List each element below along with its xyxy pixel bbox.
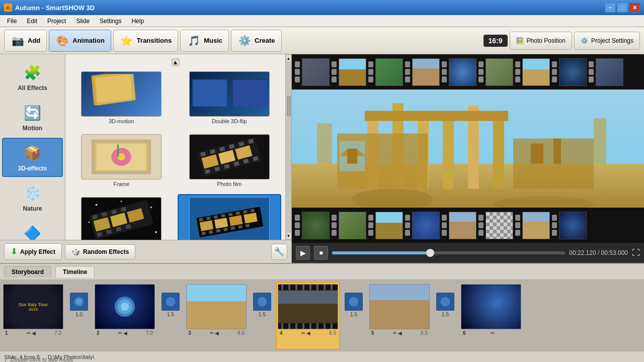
slide-item-4[interactable]: 4 ✏ ◀ 8.5 [276,282,340,350]
slide-thumb-1: Our Italy Tour 2015 [3,284,63,329]
film-perforations-b [367,215,374,236]
effect-photo-film-2[interactable]: Photo film - 2 [178,194,282,240]
film-cell-bottom [449,212,476,239]
category-complex[interactable]: 🔷 Complex [2,218,63,240]
menu-project[interactable]: Project [42,17,71,26]
playback-controls: ▶ ■ 00:22.120 / 00:53.000 ⛶ [292,243,644,263]
transition-1-2: 1.0 [66,282,92,327]
effect-photo-film-snow[interactable]: Photo film & snow [69,194,174,240]
film-cell-bottom [339,212,366,239]
film-perforations [514,61,521,82]
effects-area: 🧩 All Effects 🔄 Motion 📦 3D-effects ❄️ N… [0,54,291,240]
svg-point-97 [166,297,176,306]
category-motion-label: Motion [23,125,42,132]
svg-rect-74 [594,119,606,164]
perf-hole [368,215,373,221]
svg-point-48 [155,231,157,233]
perf-hole [589,69,594,75]
perf-hole [478,215,484,221]
slide-item-5[interactable]: 5 ✏ ◀ 8.5 [367,282,432,350]
perf-hole [552,222,557,228]
category-motion[interactable]: 🔄 Motion [2,98,63,137]
create-button[interactable]: ⚙️ Create [231,30,281,52]
menu-help[interactable]: Help [126,17,149,26]
category-3d-effects[interactable]: 📦 3D-effects [2,138,63,177]
menu-edit[interactable]: Edit [22,17,42,26]
slide-item-3[interactable]: 3 ✏ ◀ 8.0 [184,282,249,350]
slide-item-6[interactable]: 6 ✏ [459,282,523,350]
category-sidebar: 🧩 All Effects 🔄 Motion 📦 3D-effects ❄️ N… [0,54,65,240]
minimize-button[interactable]: − [605,3,616,13]
category-nature-label: Nature [23,205,42,212]
svg-rect-88 [531,144,543,164]
tab-storyboard[interactable]: Storyboard [4,266,51,278]
film-cell-bottom [522,212,550,239]
project-settings-button[interactable]: ⚙️ Project Settings [574,32,640,50]
perf-hole [405,69,410,75]
film-cell [339,58,366,86]
stop-button[interactable]: ■ [314,246,328,260]
perf-hole [368,61,373,67]
animation-button[interactable]: 🎨 Animation [49,30,111,52]
scroll-down-arrow[interactable]: ▼ [286,232,292,240]
effect-frame[interactable]: Frame [69,131,174,190]
effect-double-3d-flip[interactable]: Double 3D-flip [178,68,282,127]
nature-icon: ❄️ [23,183,43,203]
effect-3d-motion[interactable]: 3D-motion [69,68,174,127]
scroll-thumb[interactable] [287,96,291,116]
transition-image-4-5 [345,293,363,311]
perf-hole [332,215,337,221]
play-button[interactable]: ▶ [296,246,310,260]
path-info: D:\My Photos\Italy\ [48,354,94,360]
film-cell-bottom [559,212,587,239]
category-all-effects[interactable]: 🧩 All Effects [2,57,63,97]
menu-file[interactable]: File [2,17,22,26]
statusbar: Slide: 4 from 8 D:\My Photos\Italy\ [0,351,644,362]
svg-rect-87 [347,149,357,164]
perf-hole [368,69,373,75]
animation-icon: 🎨 [55,34,69,48]
music-button[interactable]: 🎵 Music [180,30,229,52]
apply-effect-button[interactable]: ⬇ Apply Effect [4,243,62,260]
svg-rect-13 [117,144,119,157]
slide-item-1[interactable]: Our Italy Tour 2015 1 ✏ ◀ 7.0 [1,282,65,350]
slide-item-2[interactable]: 2 ✏ ◀ 7.0 [93,282,157,350]
film-cell-bottom [486,212,513,239]
effect-photo-film[interactable]: Photo film [178,131,282,190]
tab-timeline[interactable]: Timeline [55,266,95,278]
effects-grid: ▲ [65,54,285,240]
category-nature[interactable]: ❄️ Nature [2,178,63,217]
maximize-button[interactable]: □ [617,3,628,13]
transition-2-3: 1.5 [158,282,183,327]
arrow-icon-2: ◀ [123,330,127,336]
effects-scrollbar[interactable]: ▲ ▼ [285,54,291,240]
close-button[interactable]: ✕ [629,3,640,13]
slide-thumb-2 [95,284,155,329]
film-perforations-b [331,215,338,236]
perf-hole [368,230,373,236]
transitions-button[interactable]: ⭐ Transitions [113,30,178,52]
fullscreen-button[interactable]: ⛶ [632,248,640,257]
scroll-up-arrow[interactable]: ▲ [286,54,292,62]
photo-position-button[interactable]: 🖼️ Photo Position [510,32,572,50]
category-3d-effects-label: 3D-effects [18,165,47,172]
app-icon: 🍂 [4,4,12,12]
film-perforations-b [404,215,411,236]
transitions-icon: ⭐ [120,34,134,48]
perf-hole [589,61,594,67]
slide-thumb-3 [186,284,247,329]
toolbar: 📷 Add 🎨 Animation ⭐ Transitions 🎵 Music … [0,27,644,54]
wrench-button[interactable]: 🔧 [271,244,287,260]
scroll-track[interactable] [286,62,291,232]
progress-handle[interactable] [426,249,434,257]
add-button[interactable]: 📷 Add [4,30,47,52]
perf-hole [332,230,337,236]
scroll-up-button[interactable]: ▲ [172,58,180,66]
random-effects-button[interactable]: 🎲 Random Effects [65,244,135,259]
perf-hole [295,76,300,82]
progress-bar[interactable] [332,251,565,254]
menu-settings[interactable]: Settings [95,17,126,26]
perf-hole [515,76,520,82]
menu-slide[interactable]: Slide [71,17,95,26]
svg-rect-2 [96,74,132,103]
